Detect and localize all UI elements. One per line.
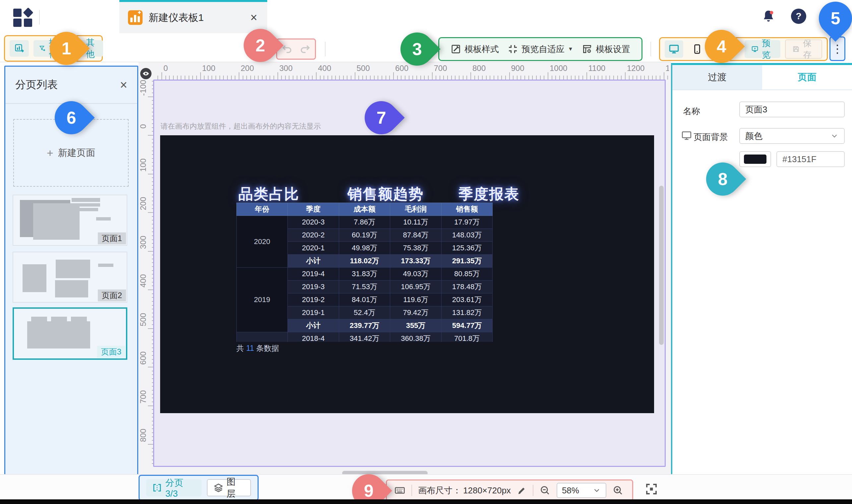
panel-close-icon[interactable]: × (120, 78, 127, 92)
tab-new-dashboard[interactable]: 新建仪表板1 × (119, 0, 267, 33)
add-chart-button[interactable] (10, 40, 29, 57)
preview-fit-label: 预览自适应 (522, 43, 565, 55)
pagination-label: 分页3/3 (165, 477, 196, 499)
template-style-button[interactable]: 模板样式 (451, 43, 499, 55)
chart-add-icon (14, 43, 24, 53)
redo-icon[interactable] (299, 43, 311, 55)
page-thumbnail-label: 页面1 (98, 232, 126, 245)
color-swatch (744, 155, 766, 164)
divider (39, 10, 40, 24)
edit-pencil-icon[interactable] (517, 485, 527, 496)
page-thumbnail-label: 页面3 (97, 346, 125, 358)
layers-button[interactable]: 图层 (207, 479, 251, 497)
tab-transition[interactable]: 过渡 (672, 65, 762, 90)
page-list-header: 分页列表 × (5, 67, 137, 104)
zoom-level-select[interactable]: 58% (557, 483, 606, 498)
preview-fit-dropdown[interactable]: 预览自适应 ▼ (508, 43, 573, 55)
notification-bell-icon[interactable] (761, 8, 776, 24)
preview-fit-icon (508, 44, 518, 54)
save-button[interactable]: 保存 (785, 39, 822, 59)
canvas-hint-text: 请在画布内放置组件，超出画布外的内容无法显示 (161, 121, 321, 131)
phone-icon (692, 44, 703, 54)
board-title-category: 品类占比 (238, 184, 300, 204)
color-hex-input[interactable] (776, 151, 845, 167)
canvas-size-label: 画布尺寸： (418, 485, 461, 497)
vertical-scrollbar[interactable] (659, 186, 664, 345)
dashboard-canvas[interactable]: 品类占比 销售额趋势 季度报表 年份季度成本额毛利润销售额20202020-37… (160, 135, 654, 413)
top-bar: 新建仪表板1 × ? (0, 0, 852, 33)
dashboard-tab-icon (128, 10, 143, 25)
template-group: 模板样式 预览自适应 ▼ 模板设置 (438, 37, 642, 61)
template-settings-label: 模板设置 (596, 43, 630, 55)
fullscreen-icon[interactable] (645, 482, 658, 496)
quarterly-table-wrap: 年份季度成本额毛利润销售额20202020-37.86万10.11万17.97万… (236, 203, 493, 342)
zoom-level-value: 58% (562, 485, 593, 496)
quarterly-table: 年份季度成本额毛利润销售额20202020-37.86万10.11万17.97万… (236, 203, 493, 342)
plus-icon: + (47, 147, 53, 160)
caret-down-icon: ▼ (568, 46, 573, 52)
save-icon (792, 44, 800, 54)
board-title-sales-trend: 销售额趋势 (347, 184, 424, 204)
desktop-view-button[interactable] (665, 40, 683, 58)
pagination-button[interactable]: 分页3/3 (146, 479, 202, 497)
keyboard-icon[interactable] (394, 485, 405, 496)
table-row-count: 共 11 条数据 (236, 343, 279, 354)
board-title-quarterly: 季度报表 (458, 184, 520, 204)
new-page-label: 新建页面 (58, 147, 95, 159)
dashboard-designer-window: 新建仪表板1 × ? (0, 0, 852, 504)
more-dots-icon: ⋮ (832, 42, 843, 55)
page-background-icon (681, 130, 692, 141)
app-logo[interactable] (13, 8, 34, 26)
name-label: 名称 (683, 105, 700, 117)
tab-close-icon[interactable]: × (249, 11, 258, 24)
tab-page[interactable]: 页面 (762, 65, 852, 90)
filter-add-icon (39, 43, 46, 53)
settings-tabs: 过渡 页面 (672, 65, 852, 90)
divider (650, 42, 651, 56)
zoom-in-icon[interactable] (612, 485, 623, 496)
background-type-select[interactable]: 颜色 (739, 128, 845, 144)
preview-button[interactable]: 预览 (745, 40, 780, 58)
eye-icon[interactable] (140, 68, 151, 79)
divider (325, 42, 326, 56)
preview-monitor-icon (751, 44, 759, 54)
mobile-view-button[interactable] (688, 40, 706, 58)
pagination-layers-group: 分页3/3 图层 (139, 475, 258, 501)
page-list-title: 分页列表 (15, 77, 120, 92)
page-name-input[interactable] (739, 102, 845, 118)
undo-redo-group (276, 38, 316, 60)
template-style-icon (451, 44, 461, 54)
page-background-label: 页面背景 (693, 131, 728, 143)
help-glyph: ? (796, 11, 801, 21)
help-icon[interactable]: ? (791, 8, 806, 24)
template-settings-icon (582, 44, 593, 54)
page-settings-panel: 过渡 页面 名称 页面背景 颜色 (671, 63, 852, 504)
preview-label: 预览 (762, 37, 774, 61)
preview-save-group: 预览 保存 (659, 37, 828, 61)
page-thumbnail-label: 页面2 (98, 289, 126, 301)
horizontal-ruler: 0100200300400500600700800900100011001200… (156, 64, 669, 79)
pagination-icon (152, 483, 162, 493)
zoom-out-icon[interactable] (539, 485, 551, 496)
page-thumbnail-3[interactable]: 页面3 (13, 307, 127, 360)
divider (412, 485, 412, 496)
layers-label: 图层 (226, 476, 244, 500)
screen-edge (0, 499, 852, 504)
template-settings-button[interactable]: 模板设置 (582, 43, 630, 55)
page-thumbnail-1[interactable]: 页面1 (13, 195, 127, 246)
layers-icon (214, 483, 223, 493)
background-type-value: 颜色 (745, 130, 830, 142)
canvas-size-zoom-group: 画布尺寸： 1280×720px 58% (386, 480, 633, 501)
page-thumbnail-2[interactable]: 页面2 (13, 252, 127, 303)
monitor-icon (668, 43, 679, 55)
template-style-label: 模板样式 (465, 43, 499, 55)
more-menu-button[interactable]: ⋮ (830, 36, 845, 61)
color-swatch-button[interactable] (739, 151, 771, 167)
canvas-size-value: 1280×720px (463, 485, 511, 496)
chevron-down-icon (593, 486, 601, 495)
chevron-down-icon (830, 132, 839, 140)
tab-title: 新建仪表板1 (148, 11, 249, 24)
save-label: 保存 (803, 37, 815, 61)
divider (533, 485, 533, 496)
